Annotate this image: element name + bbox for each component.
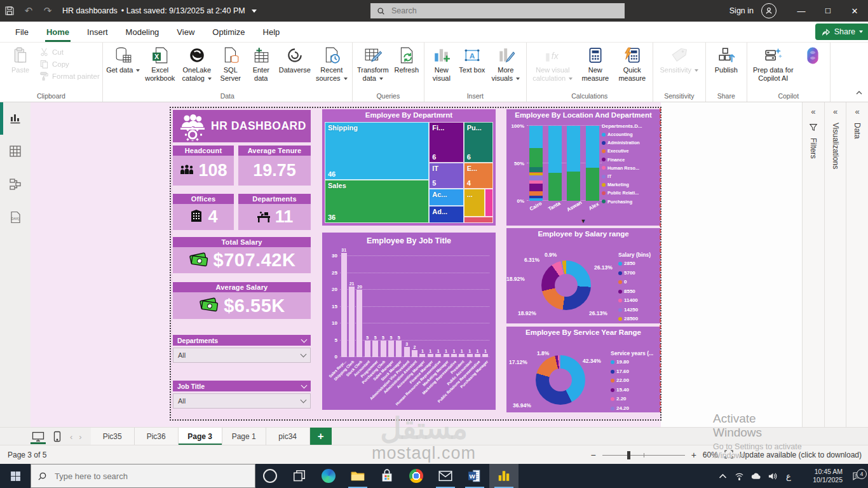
task-view-button[interactable] xyxy=(285,464,314,488)
expand-pane-icon[interactable]: « xyxy=(855,102,860,116)
job-title-slicer[interactable]: Job Title All xyxy=(173,381,311,409)
legend-item-2850[interactable]: 2850 xyxy=(618,259,651,269)
treemap-block-pu[interactable]: Pu...6 xyxy=(464,122,493,163)
treemap-block-ad[interactable]: Ad... xyxy=(429,206,463,223)
close-button[interactable]: ✕ xyxy=(841,0,868,22)
bar[interactable] xyxy=(404,347,410,357)
cortana-button[interactable] xyxy=(255,464,285,488)
menu-item-optimize[interactable]: Optimize xyxy=(203,22,254,42)
total-salary-card[interactable]: Total Salary $707.42K xyxy=(173,237,311,273)
bar[interactable] xyxy=(356,290,362,357)
segment-accounting[interactable] xyxy=(529,198,543,201)
mobile-view-button[interactable] xyxy=(53,428,61,445)
power-bi-button[interactable] xyxy=(489,464,519,488)
legend-item-14250[interactable]: 14250 xyxy=(618,306,651,315)
bar[interactable] xyxy=(475,354,480,357)
segment-sales[interactable] xyxy=(586,168,599,201)
stacked-bar-aswan[interactable] xyxy=(567,126,580,201)
excel-button[interactable]: XExcel workbook xyxy=(142,43,178,82)
microsoft-store-button[interactable] xyxy=(372,464,402,488)
chevron-down-icon[interactable] xyxy=(301,336,308,342)
legend-item-24-20[interactable]: 24.20 xyxy=(611,404,653,414)
onelake-button[interactable]: OneLake catalog xyxy=(179,43,215,82)
dashboard-group[interactable]: HR DASHBOARD Headcount 108 Averag xyxy=(170,107,661,421)
undo-icon[interactable]: ↶ xyxy=(19,0,38,22)
bar[interactable] xyxy=(444,354,449,357)
minimize-button[interactable]: — xyxy=(788,0,815,22)
legend-item-it[interactable]: IT xyxy=(602,172,659,180)
legend-item-2-20[interactable]: 2.20 xyxy=(611,395,653,404)
average-tenure-card[interactable]: Average Tenure 19.75 xyxy=(238,146,311,186)
segment-shipping[interactable] xyxy=(567,126,580,172)
menu-item-insert[interactable]: Insert xyxy=(78,22,117,42)
chevron-down-icon[interactable] xyxy=(301,382,308,388)
chrome-button[interactable] xyxy=(402,464,431,488)
collapse-ribbon-icon[interactable] xyxy=(855,88,863,99)
legend-item-accounting[interactable]: Accounting xyxy=(602,130,659,139)
legend-item-28500[interactable]: 28500 xyxy=(618,315,651,324)
add-page-button[interactable]: + xyxy=(310,428,332,445)
legend-item-public-relati-[interactable]: Public Relati... xyxy=(602,189,659,197)
treemap-block[interactable] xyxy=(464,217,493,223)
database-button[interactable]: Get data xyxy=(105,43,141,74)
menu-item-modeling[interactable]: Modeling xyxy=(117,22,168,42)
stacked-chart-employee-by-location[interactable]: Employee By Location And Department 0%50… xyxy=(506,109,660,226)
sign-in-button[interactable]: Sign in xyxy=(729,6,754,15)
average-salary-card[interactable]: Average Salary $6.55K xyxy=(173,282,311,319)
expand-pane-icon[interactable]: « xyxy=(833,102,837,116)
fit-to-page-icon[interactable] xyxy=(724,450,733,461)
data-pane[interactable]: « Data xyxy=(846,102,868,427)
calculator-button[interactable]: New measure xyxy=(578,43,613,82)
bar[interactable] xyxy=(428,354,433,357)
menu-item-home[interactable]: Home xyxy=(37,22,78,42)
legend-item-executive[interactable]: Executive xyxy=(602,147,659,155)
sensitivity-button[interactable]: Sensitivity xyxy=(656,43,703,74)
zoom-level[interactable]: 60% xyxy=(703,451,718,459)
text-box-button[interactable]: AText box xyxy=(458,43,487,74)
notification-center-button[interactable]: 4 xyxy=(845,471,868,481)
mail-button[interactable] xyxy=(431,464,460,488)
share-button[interactable]: Share xyxy=(815,24,868,40)
tray-chevron-icon[interactable] xyxy=(714,471,731,481)
bar[interactable] xyxy=(451,354,457,357)
bar[interactable] xyxy=(381,341,386,358)
next-page-icon[interactable]: › xyxy=(79,432,81,442)
page-tab-pic35[interactable]: Pic35 xyxy=(91,428,135,445)
headcount-card[interactable]: Headcount 108 xyxy=(173,146,234,186)
search-input[interactable] xyxy=(390,6,609,16)
segment-sales[interactable] xyxy=(529,148,543,167)
recent-sources-button[interactable]: Recent sources xyxy=(314,43,349,82)
treemap-block-fi[interactable]: Fi...6 xyxy=(429,122,463,163)
dashboard-logo-card[interactable]: HR DASHBOARD xyxy=(173,110,311,142)
page-tab-pic34[interactable]: pic34 xyxy=(266,428,310,445)
legend-item-11400[interactable]: 11400 xyxy=(618,296,651,306)
segment-executive[interactable] xyxy=(529,191,543,196)
legend-item-19-80[interactable]: 19.80 xyxy=(611,358,653,367)
taskbar-search-input[interactable] xyxy=(53,471,221,482)
prev-page-icon[interactable]: ‹ xyxy=(70,432,72,442)
menu-item-file[interactable]: File xyxy=(6,22,37,42)
legend-item-17-60[interactable]: 17.60 xyxy=(611,367,653,377)
fx-button[interactable]: fxNew visual calculation xyxy=(529,43,576,82)
title-caret-icon[interactable] xyxy=(252,10,257,13)
bar[interactable] xyxy=(365,341,370,358)
segment-it[interactable] xyxy=(529,175,543,180)
account-avatar[interactable] xyxy=(761,3,776,18)
dax-query-view-button[interactable]: DAX) xyxy=(0,201,31,234)
paste-button[interactable]: Paste xyxy=(3,43,38,74)
legend-item-human-reso-[interactable]: Human Reso... xyxy=(602,164,659,172)
segment-shipping[interactable] xyxy=(548,126,562,173)
volume-icon[interactable] xyxy=(764,471,780,481)
sql-server-button[interactable]: SQL Server xyxy=(216,43,245,82)
stacked-bar-tanta[interactable] xyxy=(548,126,562,201)
maximize-button[interactable]: ☐ xyxy=(815,0,841,22)
word-button[interactable]: W xyxy=(460,464,489,488)
titlebar-search[interactable] xyxy=(370,3,625,18)
treemap-block-sales[interactable]: Sales36 xyxy=(325,180,429,223)
bar[interactable] xyxy=(482,354,488,357)
expand-pane-icon[interactable]: « xyxy=(811,102,815,116)
page-tab-page-1[interactable]: Page 1 xyxy=(222,428,266,445)
legend-item-purchasing[interactable]: Purchasing xyxy=(602,198,659,206)
legend-item-5700[interactable]: 5700 xyxy=(618,269,651,278)
donut-ring[interactable] xyxy=(536,355,585,405)
